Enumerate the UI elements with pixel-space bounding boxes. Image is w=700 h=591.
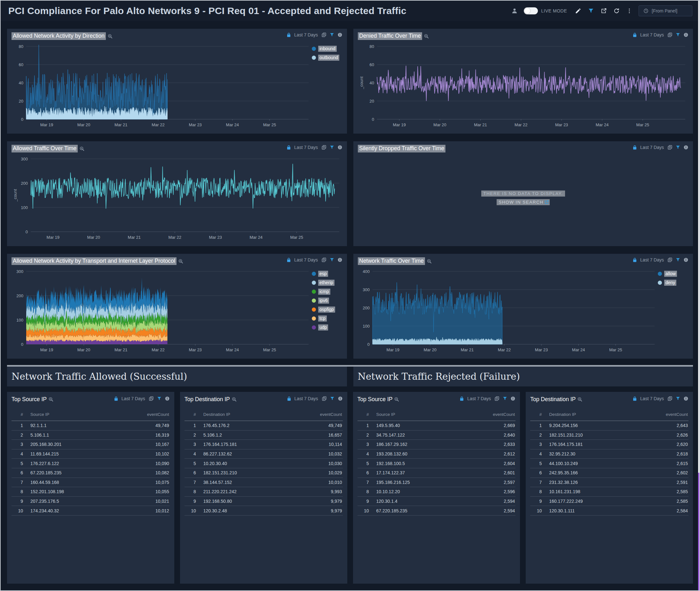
column-header[interactable]: eventCount [135, 412, 170, 417]
info-icon[interactable] [510, 396, 516, 401]
share-icon[interactable] [600, 7, 607, 14]
chart-canvas[interactable]: 020406080_countMar 19Mar 20Mar 21Mar 22M… [358, 42, 689, 129]
info-icon[interactable] [337, 32, 343, 38]
legend-item[interactable]: inbound [312, 46, 343, 52]
filter-icon[interactable] [329, 145, 335, 150]
column-header[interactable]: Source IP [24, 412, 135, 417]
filter-icon[interactable] [330, 396, 335, 401]
legend-item[interactable]: ipv6 [312, 298, 343, 304]
panel-time-range[interactable]: Last 7 Days [121, 396, 145, 401]
filter-icon[interactable] [503, 396, 508, 401]
info-icon[interactable] [337, 145, 343, 150]
panel-time-range[interactable]: Last 7 Days [294, 32, 318, 38]
panel-time-range[interactable]: Last 7 Days [640, 145, 664, 150]
filter-icon[interactable] [676, 396, 681, 401]
scrollbar-track[interactable] [698, 1, 699, 473]
copy-panel-icon[interactable] [667, 32, 673, 38]
legend-item[interactable]: outbound [312, 55, 343, 61]
edit-pencil-icon[interactable] [575, 7, 582, 14]
copy-panel-icon[interactable] [667, 257, 673, 262]
scrollbar-thumb[interactable] [698, 473, 699, 591]
info-icon[interactable] [683, 396, 689, 401]
info-icon[interactable] [683, 32, 689, 38]
chart-canvas[interactable]: 020406080Mar 19Mar 20Mar 21Mar 22Mar 23M… [11, 42, 312, 129]
legend-item[interactable]: ospfigp [312, 307, 343, 313]
column-header[interactable]: eventCount [308, 412, 343, 417]
column-header[interactable]: # [11, 412, 24, 417]
zoom-in-icon[interactable] [394, 397, 399, 402]
info-icon[interactable] [683, 145, 689, 150]
panel-time-range[interactable]: Last 7 Days [295, 396, 318, 401]
filter-icon[interactable] [157, 396, 162, 401]
info-icon[interactable] [683, 257, 689, 262]
column-header[interactable]: Destination IP [197, 412, 308, 417]
zoom-in-icon[interactable] [232, 397, 237, 402]
chart-canvas[interactable]: 0100200300Mar 19Mar 20Mar 21Mar 22Mar 23… [11, 267, 312, 354]
panel-time-range[interactable]: Last 7 Days [640, 32, 664, 38]
copy-panel-icon[interactable] [667, 396, 673, 401]
copy-panel-icon[interactable] [667, 145, 673, 150]
panel-time-range[interactable]: Last 7 Days [467, 396, 491, 401]
filter-icon[interactable] [676, 145, 681, 150]
legend-item[interactable]: allow [658, 271, 689, 277]
column-header[interactable]: Destination IP [543, 412, 653, 417]
legend-item[interactable]: icmp [312, 288, 343, 295]
copy-panel-icon[interactable] [322, 257, 327, 262]
row-rank: 8 [184, 489, 197, 494]
svg-text:100: 100 [363, 324, 370, 329]
column-header[interactable]: # [530, 412, 543, 417]
row-event-count: 2,601 [480, 470, 516, 475]
panel-actions: Last 7 Days [114, 396, 170, 401]
column-header[interactable]: eventCount [653, 412, 689, 417]
zoom-in-icon[interactable] [79, 146, 85, 151]
zoom-in-icon[interactable] [48, 397, 54, 402]
legend-item[interactable]: tcp [312, 316, 343, 322]
live-mode-toggle[interactable] [524, 7, 538, 14]
filter-icon[interactable] [329, 32, 335, 38]
kebab-menu-icon[interactable] [626, 7, 633, 14]
row-event-count: 10,114 [308, 442, 343, 447]
copy-panel-icon[interactable] [322, 396, 327, 401]
zoom-in-icon[interactable] [577, 397, 583, 402]
column-header[interactable]: Source IP [370, 412, 481, 417]
panel-time-range[interactable]: Last 7 Days [294, 145, 318, 150]
column-header[interactable]: # [184, 412, 197, 417]
column-header[interactable]: eventCount [480, 412, 516, 417]
row-rank: 3 [357, 442, 370, 447]
panel-time-range[interactable]: Last 7 Days [294, 257, 318, 262]
zoom-in-icon[interactable] [178, 259, 184, 264]
panel-time-range[interactable]: Last 7 Days [640, 257, 664, 262]
chart-canvas[interactable]: 0100200300400Mar 19Mar 20Mar 21Mar 22Mar… [358, 267, 658, 354]
column-header[interactable]: # [357, 412, 370, 417]
copy-panel-icon[interactable] [494, 396, 500, 401]
time-range-input[interactable]: [From Panel] [639, 5, 692, 16]
info-icon[interactable] [338, 396, 343, 401]
legend-item[interactable]: udp [312, 324, 343, 330]
row-event-count: 2,618 [653, 451, 689, 456]
panel-time-range[interactable]: Last 7 Days [640, 396, 664, 401]
svg-text:Mar 24: Mar 24 [596, 122, 608, 127]
zoom-in-icon[interactable] [424, 34, 429, 39]
filter-icon[interactable] [329, 257, 335, 262]
legend-dot-icon [658, 272, 662, 276]
copy-panel-icon[interactable] [149, 396, 154, 401]
legend-item[interactable]: deny [658, 280, 689, 286]
data-table: #Destination IPeventCount19.204.254.1562… [530, 410, 689, 516]
legend-item[interactable]: esp [312, 271, 343, 277]
show-in-search-link[interactable]: SHOW IN SEARCH [497, 199, 549, 205]
filter-icon[interactable] [676, 32, 681, 38]
copy-panel-icon[interactable] [322, 32, 327, 38]
copy-panel-icon[interactable] [322, 145, 327, 150]
row-rank: 8 [357, 489, 370, 494]
zoom-in-icon[interactable] [107, 34, 113, 39]
zoom-in-icon[interactable] [426, 259, 432, 264]
chart-canvas[interactable]: 0100200300_countMar 19Mar 20Mar 21Mar 22… [11, 154, 343, 241]
filter-icon[interactable] [676, 257, 681, 262]
info-icon[interactable] [165, 396, 170, 401]
info-icon[interactable] [337, 257, 343, 262]
legend-item[interactable]: etherip [312, 280, 343, 286]
row-ip: 38.144.57.152 [197, 480, 308, 485]
refresh-icon[interactable] [613, 7, 620, 14]
user-icon[interactable] [511, 7, 518, 14]
filter-icon[interactable] [587, 7, 594, 14]
